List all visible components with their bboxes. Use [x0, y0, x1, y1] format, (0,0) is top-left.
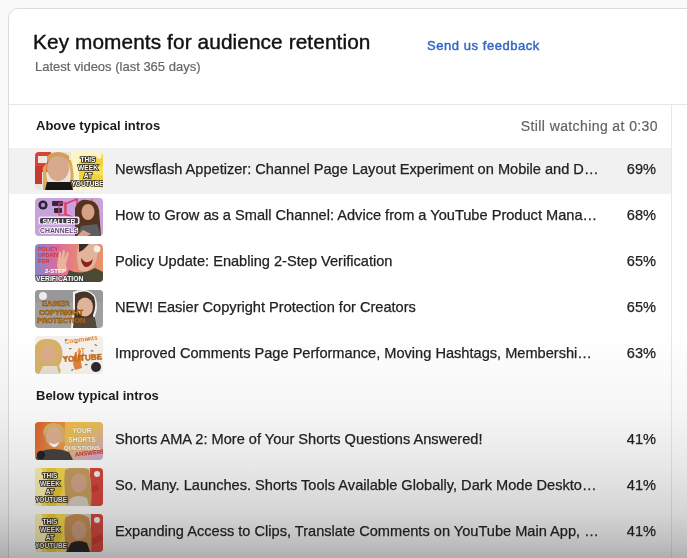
svg-text:WEEK: WEEK: [78, 164, 98, 171]
svg-text:YOUTUBE: YOUTUBE: [35, 542, 68, 549]
svg-text:SMALLER: SMALLER: [43, 218, 76, 225]
svg-text:YOUTUBE: YOUTUBE: [35, 496, 68, 503]
svg-text:THIS: THIS: [42, 518, 58, 525]
svg-text:AT: AT: [77, 347, 85, 353]
svg-text:YOUTUBE: YOUTUBE: [71, 180, 103, 187]
svg-text:WEEK: WEEK: [40, 526, 60, 533]
svg-text:WEEK: WEEK: [40, 480, 60, 487]
svg-text:THIS: THIS: [80, 156, 96, 163]
svg-text:CHANNELS: CHANNELS: [40, 227, 78, 234]
svg-text:AT: AT: [46, 534, 54, 541]
svg-text:AT: AT: [46, 488, 54, 495]
svg-text:FOR: FOR: [38, 258, 49, 264]
svg-text:SHORTS: SHORTS: [68, 436, 96, 443]
svg-text:THIS: THIS: [42, 472, 58, 479]
svg-text:2-STEP: 2-STEP: [45, 268, 66, 274]
svg-text:AT: AT: [84, 172, 92, 179]
svg-text:YOUR: YOUR: [72, 427, 91, 434]
svg-text:VERIFICATION: VERIFICATION: [36, 275, 84, 282]
svg-text:PROTECTION: PROTECTION: [37, 316, 85, 325]
